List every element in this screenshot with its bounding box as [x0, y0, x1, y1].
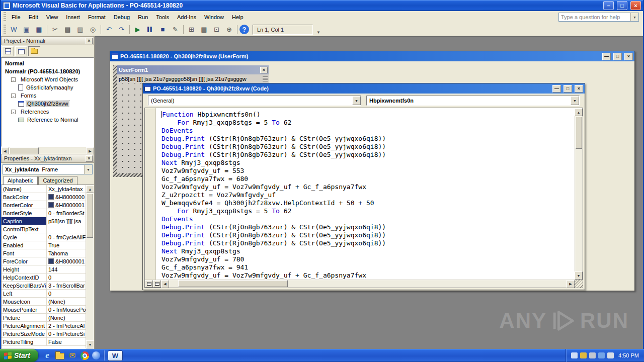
property-value[interactable]: 0 - fmBorderSt [47, 209, 86, 217]
toolbox-button[interactable]: ⊕ [223, 24, 235, 35]
property-value[interactable]: 2 - fmPictureAl [47, 322, 86, 329]
insert-userform-button[interactable]: ▣ [21, 24, 32, 35]
property-name[interactable]: Picture [2, 314, 47, 321]
volume-icon[interactable] [607, 352, 614, 358]
chevron-down-icon[interactable]: ▼ [630, 13, 638, 21]
tree-item-reference-to-normal[interactable]: Reference to Normal [2, 116, 94, 124]
property-value[interactable]: 0 [47, 290, 86, 297]
collapse-icon[interactable]: - [11, 94, 16, 98]
close-button[interactable]: × [630, 1, 641, 10]
minimize-button[interactable]: — [552, 85, 561, 93]
word-task-button[interactable]: W [108, 350, 123, 361]
properties-close-icon[interactable]: × [86, 155, 93, 162]
property-name[interactable]: PictureSizeMode [2, 330, 47, 337]
messenger-icon[interactable] [92, 351, 100, 359]
collapse-icon[interactable]: - [11, 110, 16, 114]
code-horizontal-scrollbar[interactable]: ◀ ▶ [145, 280, 575, 288]
scroll-down-icon[interactable]: ▼ [86, 340, 94, 348]
property-name[interactable]: HelpContextID [2, 274, 47, 281]
property-value[interactable]: (None) [47, 314, 86, 321]
chevron-down-icon[interactable]: ▼ [84, 165, 92, 174]
tree-item-normal[interactable]: Normal [2, 59, 94, 67]
view-object-button[interactable] [15, 46, 27, 56]
tree-item-references[interactable]: -References [2, 108, 94, 116]
property-name[interactable]: Height [2, 265, 47, 273]
undo-button[interactable]: ↶ [103, 24, 115, 35]
menu-item-debug[interactable]: Debug [110, 12, 134, 22]
menu-item-format[interactable]: Format [84, 12, 110, 22]
property-name[interactable]: BorderStyle [2, 209, 47, 217]
help-question-box[interactable]: Type a question for help ▼ [558, 13, 639, 22]
cut-button[interactable]: ✂ [49, 24, 61, 35]
property-value[interactable]: 0 [47, 274, 86, 281]
code-text-area[interactable]: Function Hbpixwncmtfs0n() For Rmyj3_qxqp… [156, 108, 575, 280]
property-value[interactable]: (None) [47, 298, 86, 305]
view-host-application-button[interactable]: W [8, 24, 20, 35]
property-value[interactable]: False [47, 338, 86, 345]
properties-window-button[interactable]: ▤ [198, 24, 210, 35]
menu-item-run[interactable]: Run [134, 12, 152, 22]
scroll-thumb[interactable] [576, 117, 582, 149]
property-name[interactable]: MousePointer [2, 306, 47, 313]
object-dropdown[interactable]: (General) ▼ [148, 96, 361, 106]
property-value[interactable]: 144 [47, 265, 86, 273]
scroll-up-icon[interactable]: ▲ [86, 185, 94, 193]
resize-grip[interactable] [575, 280, 583, 288]
property-name[interactable]: Left [2, 290, 47, 297]
paste-button[interactable]: ▥ [74, 24, 86, 35]
scroll-thumb[interactable] [87, 194, 93, 238]
design-mode-button[interactable]: ✎ [170, 24, 181, 35]
property-value[interactable]: 0 - fmMousePo [47, 306, 86, 313]
reset-button[interactable]: ■ [157, 24, 169, 35]
property-value[interactable]: &H8000001 [47, 257, 86, 265]
properties-vertical-scrollbar[interactable]: ▲ ▼ [86, 185, 94, 348]
tree-item-microsoft-word-objects[interactable]: -Microsoft Word Objects [2, 75, 94, 83]
property-name[interactable]: Cycle [2, 233, 47, 241]
maximize-button[interactable]: □ [617, 1, 627, 10]
menu-item-help[interactable]: Help [228, 12, 248, 22]
close-icon[interactable]: × [260, 67, 268, 73]
my-documents-folder-icon[interactable] [55, 353, 64, 359]
security-center-icon[interactable] [580, 352, 587, 358]
property-name[interactable]: ForeColor [2, 257, 47, 265]
object-browser-button[interactable]: ⊡ [211, 24, 222, 35]
property-name[interactable]: BorderColor [2, 201, 47, 209]
tab-alphabetic[interactable]: Alphabetic [3, 176, 38, 185]
property-value[interactable]: &H8000000 [47, 193, 86, 201]
code-vertical-scrollbar[interactable]: ▲ ▼ [575, 108, 583, 280]
property-value[interactable]: Xx_jykta4ntax [47, 185, 86, 193]
property-name[interactable]: PictureAlignment [2, 322, 47, 329]
save-button[interactable]: ▦ [33, 24, 45, 35]
copy-button[interactable]: ▤ [62, 24, 73, 35]
property-value[interactable]: 0 - fmPictureSi [47, 330, 86, 337]
internet-explorer-icon[interactable]: e [42, 350, 52, 360]
property-value[interactable] [47, 225, 86, 233]
toolbar-options-chevron[interactable]: ▼ [315, 24, 322, 35]
view-code-button[interactable] [2, 46, 14, 56]
break-button[interactable]: ▌▌ [144, 24, 156, 35]
hardware-icon[interactable] [589, 352, 596, 358]
property-name[interactable]: Enabled [2, 241, 47, 249]
close-button[interactable]: × [624, 53, 633, 60]
property-value[interactable]: 0 - fmCycleAllF [47, 233, 86, 241]
scroll-up-icon[interactable]: ▲ [575, 108, 583, 116]
scroll-left-icon[interactable]: ◀ [161, 280, 169, 288]
procedure-dropdown[interactable]: Hbpixwncmtfs0n ▼ [366, 96, 580, 106]
project-explorer-button[interactable]: ⊞ [186, 24, 197, 35]
chevron-down-icon[interactable]: ▼ [352, 96, 361, 105]
menu-item-edit[interactable]: Edit [25, 12, 42, 22]
outlook-mail-icon[interactable]: ✉ [67, 350, 77, 360]
tree-item-forms[interactable]: -Forms [2, 92, 94, 100]
collapse-icon[interactable]: - [11, 77, 16, 82]
toolbar-grip[interactable] [4, 25, 6, 35]
scroll-thumb[interactable] [10, 147, 39, 154]
tree-item-qh300jh2fz8xvw[interactable]: Qh300jh2fz8xvw [2, 100, 94, 108]
chevron-down-icon[interactable]: ▼ [571, 96, 579, 105]
frame-control[interactable]: p58[sn ]]][ jsa 21u7gsgggo58[sn ]]][ jsa… [117, 74, 269, 83]
menu-item-insert[interactable]: Insert [62, 12, 84, 22]
scroll-right-icon[interactable]: ▶ [567, 280, 575, 288]
property-name[interactable]: Caption [2, 217, 47, 225]
maximize-button[interactable]: □ [613, 53, 622, 60]
property-name[interactable]: ControlTipText [2, 225, 47, 233]
tab-categorized[interactable]: Categorized [38, 176, 77, 185]
